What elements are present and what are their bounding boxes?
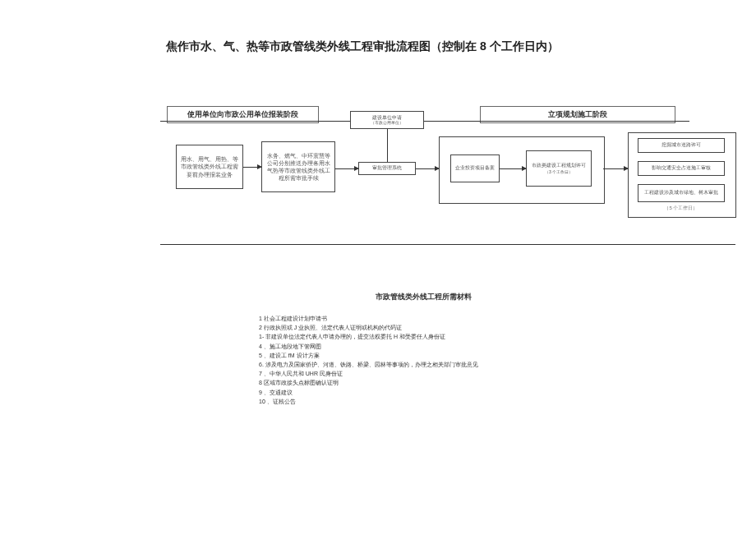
mat-7: 7 、中华人民共和 UHR 民身份证 xyxy=(259,369,588,378)
bottom-span-line xyxy=(160,244,735,245)
node-green-review: 工程建设涉及城市绿地、树木审批 xyxy=(638,184,725,202)
arrow-record-permit xyxy=(500,168,526,169)
materials-title: 市政管线类外线工程所需材料 xyxy=(259,292,588,302)
node-planning-permit: 市政类建设工程规划许可 （3 个工作日） xyxy=(526,150,592,187)
mat-9: 9 、交通建议 xyxy=(259,388,588,397)
mat-10: 10 、证核公告 xyxy=(259,397,588,406)
mat-5: 5 、建设工 fM 设计方案 xyxy=(259,351,588,360)
arrow-group-right xyxy=(603,168,628,169)
vline-top-system xyxy=(387,129,388,162)
mat-6: 6. 涉及电力及国家侨护、河道、铁路、桥梁、园林等事项的，办理之相关部门审批意见 xyxy=(259,360,588,369)
node-traffic-review: 影响交通安全占道施工审核 xyxy=(638,161,725,176)
node-company-forward: 水务、燃气、中环寰慧等公司分别推送办理各用水气热等市政管线类外线工程所需审批手续 xyxy=(261,141,335,192)
materials-list: 1 社会工程建设计划申请书 2 行政执照或 J 业执照、法定代表人证明或机构的代… xyxy=(259,314,588,406)
node-system: 审批管理系统 xyxy=(358,162,416,175)
node-road-permit: 挖掘城市道路许可 xyxy=(638,138,725,153)
page-title: 焦作市水、气、热等市政管线类外线工程审批流程图（控制在 8 个工作日内） xyxy=(166,39,559,54)
node-record: 企业投资项目备案 xyxy=(450,155,500,182)
right-group-sub: （5 个工作日） xyxy=(638,205,725,212)
node-planning-permit-sub: （3 个工作日） xyxy=(545,169,573,175)
mat-3: 1- 非建设单位法定代表人申请办理的，提交法权委托 H 和受委任人身份证 xyxy=(259,332,588,341)
mat-1: 1 社会工程建设计划申请书 xyxy=(259,314,588,323)
node-apply: 建设单位申请 （市政公用单位） xyxy=(350,111,424,129)
mat-2: 2 行政执照或 J 业执照、法定代表人证明或机构的代码证 xyxy=(259,323,588,332)
arrow-3-group xyxy=(416,168,439,169)
materials-section: 市政管线类外线工程所需材料 1 社会工程建设计划申请书 2 行政执照或 J 业执… xyxy=(259,292,588,406)
node-planning-permit-label: 市政类建设工程规划许可 xyxy=(532,163,586,169)
node-apply-sub: （市政公用单位） xyxy=(371,121,403,126)
mat-4: 4 、施工地段地下管网图 xyxy=(259,342,588,351)
node-user-apply: 用水、用气、用热、等市政管线类外线工程需要前办理报装业务 xyxy=(176,145,243,189)
mat-8: 8 区域市政接头点标图确认证明 xyxy=(259,378,588,387)
top-span-line xyxy=(160,121,689,122)
arrow-2-3 xyxy=(335,168,358,169)
arrow-1-2 xyxy=(243,167,261,168)
